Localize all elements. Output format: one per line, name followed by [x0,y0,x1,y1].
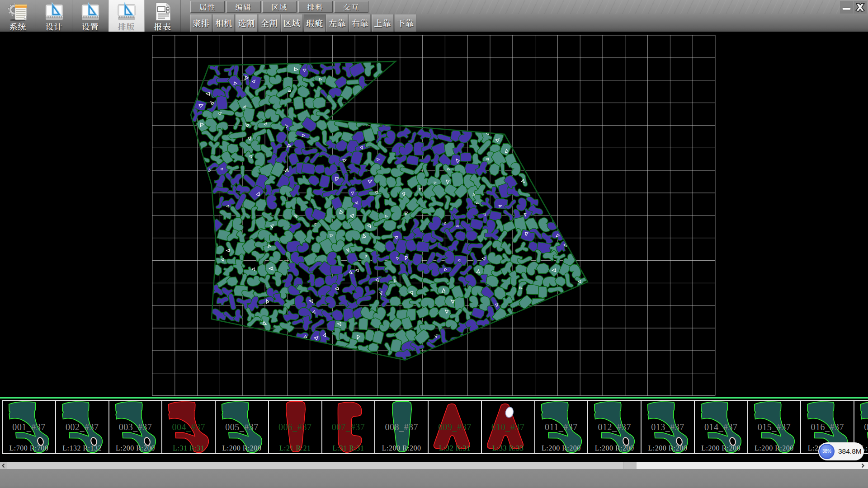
piece-card-lr-count: L:200 R:200 [216,444,268,452]
piece-card-label: 016_#37 [801,422,854,432]
piece-card-4[interactable]: 004_#37L:31 R:31 [161,400,216,454]
menu-tab-2[interactable]: 编辑 [226,1,261,13]
piece-card-label: 015_#37 [748,422,801,432]
piece-card-label: 011_#37 [535,422,588,432]
piece-card-2[interactable]: 002_#37L:132 R:132 [55,400,109,454]
piece-card-label: 007_#37 [322,422,375,432]
piece-card-lr-count: L:200 R:200 [748,444,801,452]
app-button-4[interactable]: 排版 [108,0,145,32]
app-button-label: 设计 [36,22,72,31]
piece-card-label: 012_#37 [588,422,641,432]
toolbar-hatch-texture [370,0,840,14]
tool-button-3[interactable]: 选割 [236,14,257,32]
piece-card-13[interactable]: 013_#37L:200 R:200 [641,400,695,454]
overlay-badge[interactable]: 38% 384.8M [818,442,864,460]
report-icon [151,1,174,22]
piece-card-lr-count: L:200 R:200 [535,444,588,452]
badge-percent-circle: 38% [819,444,835,459]
setsquare-icon [79,1,102,22]
app-button-1[interactable]: 系统 [0,0,36,32]
menu-tab-1[interactable]: 属性 [190,1,225,13]
piece-card-5[interactable]: 005_#37L:200 R:200 [215,400,269,454]
piece-card-lr-count: L:200 R:200 [642,444,694,452]
horizontal-scrollbar[interactable] [0,462,868,469]
piece-card-label: 017_#37 [854,422,868,432]
piece-card-15[interactable]: 015_#37L:200 R:200 [747,400,802,454]
piece-card-lr-count: L:32 R:31 [429,444,481,452]
nesting-canvas[interactable] [0,33,868,397]
piece-card-label: 006_#37 [269,422,321,432]
piece-card-lr-count: L:132 R:132 [56,444,108,452]
menu-tab-3[interactable]: 区域 [262,1,297,13]
piece-card-label: 005_#37 [216,422,268,432]
app-button-3[interactable]: 设置 [72,0,108,32]
piece-card-label: 014_#37 [695,422,747,432]
tool-button-2[interactable]: 相机 [213,14,235,32]
piece-card-lr-count: L:21 R:21 [269,444,321,452]
piece-card-1[interactable]: 001_#37L:700 R:700 [2,400,56,454]
piece-card-lr-count: L:200 R:200 [588,444,641,452]
piece-card-14[interactable]: 014_#37L:200 R:200 [694,400,748,454]
minimize-button[interactable] [840,1,853,14]
piece-card-lr-count: L:200 R:200 [695,444,747,452]
setsquare-icon [43,1,66,22]
close-button[interactable] [854,1,867,14]
piece-card-label: 002_#37 [56,422,108,432]
piece-card-lr-count: L:31 R:31 [162,444,215,452]
nesting-drawing [0,33,868,397]
app-button-label: 排版 [108,22,144,31]
piece-card-9[interactable]: 009_#37L:32 R:31 [428,400,482,454]
piece-thumbnail-strip: 001_#37L:700 R:700002_#37L:132 R:132003_… [0,399,868,455]
tool-button-4[interactable]: 全割 [259,14,280,32]
piece-card-10[interactable]: 010_#37L:33 R:33 [481,400,535,454]
tool-button-7[interactable]: 左靠 [326,14,348,32]
piece-card-label: 008_#37 [375,422,428,432]
piece-card-lr-count: L:33 R:33 [482,444,534,452]
piece-card-label: 003_#37 [109,422,162,432]
piece-card-label: 013_#37 [642,422,694,432]
piece-card-label: 009_#37 [429,422,481,432]
piece-card-label: 010_#37 [482,422,534,432]
piece-card-12[interactable]: 012_#37L:200 R:200 [587,400,642,454]
gear-notebook-icon [7,1,29,22]
main-toolbar: 系统设计设置排版报表 属性编辑区域排料交互 聚排相机选割全割区域瑕疵左靠右靠上靠… [0,0,868,33]
scroll-right-button[interactable] [858,462,867,469]
app-button-label: 系统 [0,22,36,31]
piece-card-11[interactable]: 011_#37L:200 R:200 [534,400,589,454]
piece-card-3[interactable]: 003_#37L:200 R:200 [108,400,163,454]
piece-card-lr-count: L:200 R:200 [109,444,162,452]
piece-card-7[interactable]: 007_#37L:31 R:31 [321,400,376,454]
tool-button-9[interactable]: 上靠 [372,14,394,32]
nested-pieces [189,59,591,363]
status-bar [0,469,868,488]
tool-button-8[interactable]: 右靠 [349,14,371,32]
piece-card-label: 004_#37 [162,422,215,432]
scroll-left-button[interactable] [0,462,7,469]
app-button-5[interactable]: 报表 [145,0,181,32]
piece-card-lr-count: L:700 R:700 [3,444,55,452]
app-button-2[interactable]: 设计 [36,0,72,32]
app-button-label: 设置 [72,22,108,31]
tool-button-1[interactable]: 聚排 [190,14,212,32]
scrollbar-thumb[interactable] [7,462,637,469]
piece-card-8[interactable]: 008_#37L:200 R:200 [374,400,429,454]
piece-card-lr-count: L:31 R:31 [322,444,375,452]
strip-separator-line [0,397,868,399]
piece-card-lr-count: L:200 R:200 [375,444,428,452]
piece-card-6[interactable]: 006_#37L:21 R:21 [268,400,322,454]
piece-card-label: 001_#37 [3,422,55,432]
application-window: 系统设计设置排版报表 属性编辑区域排料交互 聚排相机选割全割区域瑕疵左靠右靠上靠… [0,0,868,488]
tool-button-6[interactable]: 瑕疵 [304,14,326,32]
badge-value: 384.8M [838,442,862,460]
menu-tab-4[interactable]: 排料 [298,1,333,13]
app-button-label: 报表 [145,22,180,31]
setsquare-icon [115,1,138,22]
tool-button-10[interactable]: 下靠 [395,14,416,32]
menu-tab-5[interactable]: 交互 [334,1,368,13]
tool-button-5[interactable]: 区域 [281,14,303,32]
